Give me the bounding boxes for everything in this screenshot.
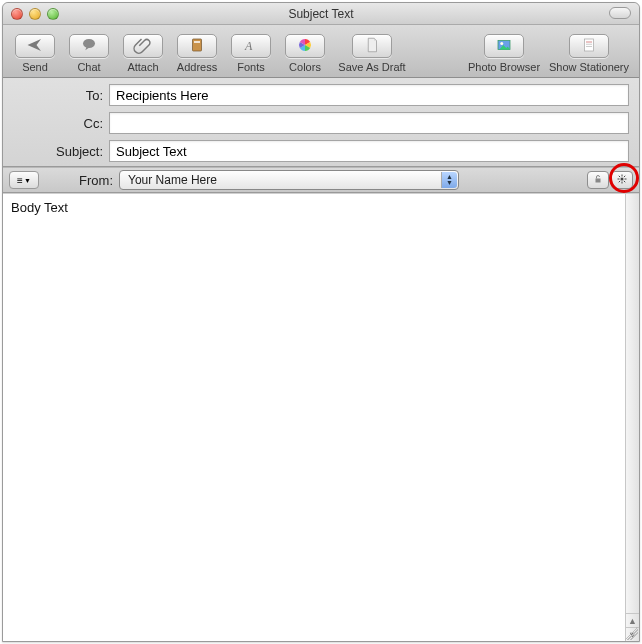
subject-row: Subject: bbox=[13, 140, 629, 162]
minimize-button[interactable] bbox=[29, 8, 41, 20]
body-textarea[interactable]: Body Text bbox=[3, 194, 625, 641]
svg-text:A: A bbox=[244, 38, 253, 52]
address-label: Address bbox=[177, 61, 217, 73]
chat-label: Chat bbox=[77, 61, 100, 73]
send-label: Send bbox=[22, 61, 48, 73]
header-fields-menu-button[interactable]: ≡▼ bbox=[9, 171, 39, 189]
address-item[interactable]: Address bbox=[171, 30, 223, 73]
vertical-scrollbar[interactable]: ▲ ▼ bbox=[625, 194, 639, 641]
gear-icon bbox=[616, 173, 628, 187]
select-arrows-icon: ▲▼ bbox=[441, 172, 457, 188]
resize-handle[interactable] bbox=[624, 626, 638, 640]
svg-point-11 bbox=[621, 178, 624, 181]
svg-point-0 bbox=[83, 39, 95, 48]
paper-plane-icon bbox=[25, 36, 45, 56]
fonts-icon: A bbox=[241, 36, 261, 56]
svg-point-5 bbox=[500, 42, 503, 45]
window-title: Subject Text bbox=[3, 7, 639, 21]
traffic-lights bbox=[3, 8, 59, 20]
to-label: To: bbox=[13, 88, 103, 103]
to-input[interactable] bbox=[109, 84, 629, 106]
toolbar: Send Chat Attach bbox=[3, 25, 639, 78]
send-item[interactable]: Send bbox=[9, 30, 61, 73]
from-selected-value: Your Name Here bbox=[128, 173, 217, 187]
svg-line-16 bbox=[619, 176, 620, 177]
attach-button[interactable] bbox=[123, 34, 163, 58]
save-draft-item[interactable]: Save As Draft bbox=[333, 30, 411, 73]
cc-row: Cc: bbox=[13, 112, 629, 134]
from-label: From: bbox=[73, 173, 113, 188]
svg-line-17 bbox=[624, 181, 625, 182]
show-stationery-button[interactable] bbox=[569, 34, 609, 58]
color-wheel-icon bbox=[295, 36, 315, 56]
cc-label: Cc: bbox=[13, 116, 103, 131]
svg-rect-1 bbox=[193, 39, 202, 51]
chat-bubble-icon bbox=[79, 36, 99, 56]
fonts-button[interactable]: A bbox=[231, 34, 271, 58]
from-bar: ≡▼ From: Your Name Here ▲▼ bbox=[3, 167, 639, 193]
svg-line-19 bbox=[619, 181, 620, 182]
subject-input[interactable] bbox=[109, 140, 629, 162]
draft-page-icon bbox=[362, 36, 382, 56]
svg-rect-2 bbox=[194, 41, 200, 43]
settings-gear-button[interactable] bbox=[611, 171, 633, 189]
svg-rect-10 bbox=[596, 179, 601, 183]
from-select[interactable]: Your Name Here ▲▼ bbox=[119, 170, 459, 190]
subject-label: Subject: bbox=[13, 144, 103, 159]
photo-icon bbox=[494, 36, 514, 56]
chat-item[interactable]: Chat bbox=[63, 30, 115, 73]
paperclip-icon bbox=[133, 36, 153, 56]
photo-browser-label: Photo Browser bbox=[468, 61, 540, 73]
colors-label: Colors bbox=[289, 61, 321, 73]
list-icon: ≡ bbox=[17, 175, 23, 186]
address-button[interactable] bbox=[177, 34, 217, 58]
signature-button[interactable] bbox=[587, 171, 609, 189]
fonts-label: Fonts bbox=[237, 61, 265, 73]
close-button[interactable] bbox=[11, 8, 23, 20]
attach-label: Attach bbox=[127, 61, 158, 73]
colors-button[interactable] bbox=[285, 34, 325, 58]
headers-area: To: Cc: Subject: bbox=[3, 78, 639, 167]
address-book-icon bbox=[187, 36, 207, 56]
to-row: To: bbox=[13, 84, 629, 106]
show-stationery-item[interactable]: Show Stationery bbox=[545, 30, 633, 73]
send-button[interactable] bbox=[15, 34, 55, 58]
scroll-up-arrow-icon[interactable]: ▲ bbox=[626, 613, 639, 627]
chevron-down-icon: ▼ bbox=[24, 177, 31, 184]
save-draft-button[interactable] bbox=[352, 34, 392, 58]
chat-button[interactable] bbox=[69, 34, 109, 58]
photo-browser-button[interactable] bbox=[484, 34, 524, 58]
fonts-item[interactable]: A Fonts bbox=[225, 30, 277, 73]
attach-item[interactable]: Attach bbox=[117, 30, 169, 73]
svg-rect-6 bbox=[585, 39, 594, 51]
toolbar-toggle-pill[interactable] bbox=[609, 7, 631, 19]
compose-window: Subject Text Send Chat bbox=[2, 2, 640, 642]
zoom-button[interactable] bbox=[47, 8, 59, 20]
titlebar: Subject Text bbox=[3, 3, 639, 25]
lock-open-icon bbox=[592, 173, 604, 187]
cc-input[interactable] bbox=[109, 112, 629, 134]
photo-browser-item[interactable]: Photo Browser bbox=[465, 30, 543, 73]
svg-line-18 bbox=[624, 176, 625, 177]
colors-item[interactable]: Colors bbox=[279, 30, 331, 73]
body-area: Body Text ▲ ▼ bbox=[3, 193, 639, 641]
save-draft-label: Save As Draft bbox=[338, 61, 405, 73]
stationery-icon bbox=[579, 36, 599, 56]
show-stationery-label: Show Stationery bbox=[549, 61, 629, 73]
